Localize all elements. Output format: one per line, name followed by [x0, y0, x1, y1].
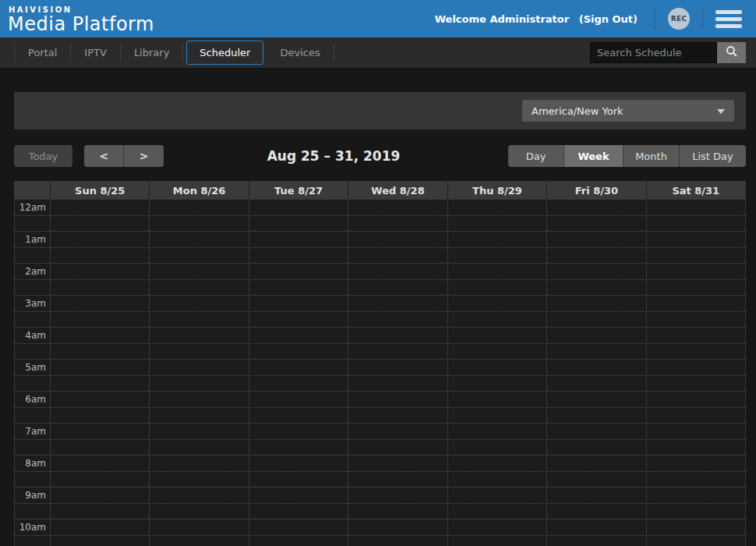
tab-portal[interactable]: Portal — [15, 41, 70, 65]
calendar-slot[interactable] — [348, 360, 447, 391]
calendar-slot[interactable] — [249, 264, 348, 295]
calendar-slot[interactable] — [348, 519, 447, 546]
calendar-slot[interactable] — [149, 328, 248, 359]
next-button[interactable]: > — [124, 145, 164, 167]
calendar-slot[interactable] — [546, 424, 645, 455]
calendar-slot[interactable] — [50, 232, 149, 263]
calendar-slot[interactable] — [348, 200, 447, 231]
header-right: Welcome Administrator (Sign Out) REC — [435, 0, 745, 37]
calendar-slot[interactable] — [50, 488, 149, 519]
calendar-slot[interactable] — [249, 200, 348, 231]
calendar-slot[interactable] — [249, 392, 348, 423]
calendar-slot[interactable] — [50, 519, 149, 546]
calendar-slot[interactable] — [646, 360, 745, 391]
brand-haivision: HAIVISION — [9, 6, 154, 14]
calendar-slot[interactable] — [546, 264, 645, 295]
calendar-slot[interactable] — [447, 424, 546, 455]
calendar-slot[interactable] — [546, 392, 645, 423]
calendar-slot[interactable] — [546, 456, 645, 487]
tab-devices[interactable]: Devices — [267, 41, 333, 65]
calendar-slot[interactable] — [348, 424, 447, 455]
hamburger-menu-icon[interactable] — [715, 10, 742, 28]
calendar-slot[interactable] — [546, 360, 645, 391]
header-divider — [655, 7, 655, 30]
calendar-slot[interactable] — [149, 488, 248, 519]
calendar-slot[interactable] — [546, 232, 645, 263]
calendar-slot[interactable] — [50, 456, 149, 487]
calendar-slot[interactable] — [447, 488, 546, 519]
calendar-slot[interactable] — [249, 488, 348, 519]
calendar-slot[interactable] — [50, 328, 149, 359]
calendar-slot[interactable] — [348, 232, 447, 263]
calendar-slot[interactable] — [348, 328, 447, 359]
day-header: Sun 8/25 — [50, 182, 149, 199]
calendar-slot[interactable] — [447, 264, 546, 295]
calendar-slot[interactable] — [646, 392, 745, 423]
calendar-slot[interactable] — [447, 200, 546, 231]
calendar-slot[interactable] — [447, 456, 546, 487]
prev-button[interactable]: < — [84, 145, 124, 167]
calendar-slot[interactable] — [249, 328, 348, 359]
calendar-slot[interactable] — [546, 296, 645, 327]
calendar-slot[interactable] — [546, 519, 645, 546]
calendar-slot[interactable] — [348, 264, 447, 295]
calendar-slot[interactable] — [149, 360, 248, 391]
calendar-slot[interactable] — [646, 328, 745, 359]
rec-badge[interactable]: REC — [668, 8, 690, 30]
calendar-slot[interactable] — [249, 232, 348, 263]
timezone-select[interactable]: America/New York — [522, 100, 734, 122]
calendar-slot[interactable] — [50, 264, 149, 295]
calendar-slot[interactable] — [348, 456, 447, 487]
calendar-slot[interactable] — [447, 328, 546, 359]
calendar-slot[interactable] — [646, 424, 745, 455]
calendar-slot[interactable] — [546, 328, 645, 359]
search-input[interactable] — [590, 42, 717, 63]
calendar-slot[interactable] — [149, 456, 248, 487]
calendar-slot[interactable] — [447, 360, 546, 391]
calendar-slot[interactable] — [149, 264, 248, 295]
calendar-slot[interactable] — [646, 200, 745, 231]
tab-iptv[interactable]: IPTV — [71, 41, 120, 65]
calendar-slot[interactable] — [447, 296, 546, 327]
calendar-slot[interactable] — [348, 488, 447, 519]
calendar-slot[interactable] — [646, 519, 745, 546]
view-day-button[interactable]: Day — [508, 145, 564, 167]
calendar-slot[interactable] — [646, 296, 745, 327]
calendar-slot[interactable] — [149, 200, 248, 231]
tab-scheduler[interactable]: Scheduler — [186, 41, 263, 65]
view-week-button[interactable]: Week — [564, 145, 624, 167]
calendar-slot[interactable] — [149, 232, 248, 263]
calendar-slot[interactable] — [249, 360, 348, 391]
calendar-slot[interactable] — [249, 296, 348, 327]
calendar-slot[interactable] — [447, 392, 546, 423]
today-button[interactable]: Today — [14, 145, 72, 167]
calendar-slot[interactable] — [149, 519, 248, 546]
calendar-slot[interactable] — [50, 296, 149, 327]
calendar-slot[interactable] — [249, 519, 348, 546]
view-month-button[interactable]: Month — [624, 145, 680, 167]
sign-out-link[interactable]: (Sign Out) — [579, 13, 638, 25]
calendar-slot[interactable] — [447, 232, 546, 263]
calendar-slot[interactable] — [149, 296, 248, 327]
calendar-slot[interactable] — [546, 488, 645, 519]
calendar-slot[interactable] — [149, 392, 248, 423]
calendar-slot[interactable] — [50, 200, 149, 231]
search-button[interactable] — [717, 42, 746, 63]
calendar-slot[interactable] — [249, 424, 348, 455]
calendar-slot[interactable] — [348, 392, 447, 423]
calendar-slot[interactable] — [348, 296, 447, 327]
calendar-slot[interactable] — [50, 360, 149, 391]
hour-row: 8am — [15, 455, 745, 487]
calendar-slot[interactable] — [447, 519, 546, 546]
calendar-slot[interactable] — [50, 424, 149, 455]
view-listday-button[interactable]: List Day — [680, 145, 746, 167]
calendar-slot[interactable] — [646, 264, 745, 295]
calendar-slot[interactable] — [646, 456, 745, 487]
calendar-slot[interactable] — [50, 392, 149, 423]
calendar-slot[interactable] — [149, 424, 248, 455]
calendar-slot[interactable] — [646, 488, 745, 519]
calendar-slot[interactable] — [249, 456, 348, 487]
calendar-slot[interactable] — [646, 232, 745, 263]
calendar-slot[interactable] — [546, 200, 645, 231]
tab-library[interactable]: Library — [121, 41, 182, 65]
